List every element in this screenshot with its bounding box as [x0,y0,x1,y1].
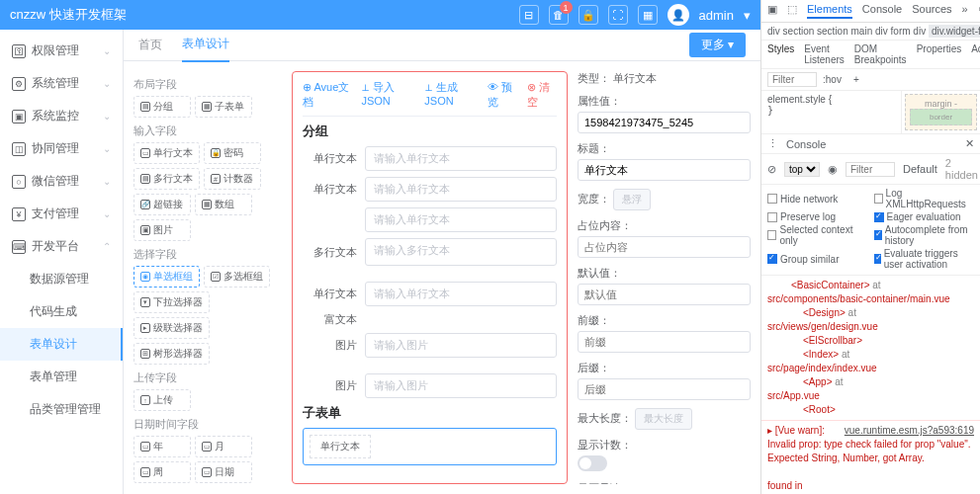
palette-cascader[interactable]: ▸级联选择器 [134,317,210,339]
eval-triggers-checkbox[interactable] [874,254,881,264]
sidebar-item-monitor[interactable]: ▣系统监控⌄ [0,100,123,132]
dom-breadcrumb[interactable]: div section section main div form div di… [761,23,980,41]
palette-tree[interactable]: ⊞树形选择器 [134,343,210,365]
palette-select[interactable]: ▾下拉选择器 [134,291,210,313]
lock-icon[interactable]: 🔒 [579,5,598,25]
clear-console[interactable]: ⊘ [767,163,776,176]
eye-icon[interactable]: ◉ [828,163,838,176]
preserve-log-checkbox[interactable] [767,212,777,222]
sidebar-item-auth[interactable]: ⚿权限管理⌄ [0,35,123,67]
sidebar-item-system[interactable]: ⚙系统管理⌄ [0,67,123,100]
import-button[interactable]: ⊥ 导入JSON [361,80,416,110]
hov-toggle[interactable]: :hov [823,74,842,85]
tab-formdesign[interactable]: 表单设计 [182,30,229,62]
grid-icon[interactable]: ▦ [638,5,658,25]
prop-ph-input[interactable] [578,236,751,258]
inbox-icon[interactable]: ⊟ [519,5,539,25]
username[interactable]: admin [699,8,734,23]
console-log[interactable]: <BasicContainer> at src/components/basic… [761,276,980,494]
doc-button[interactable]: ⊕ Avue文档 [303,80,353,110]
avatar[interactable]: 👤 [668,4,689,26]
source-link[interactable]: vue.runtime.esm.js?a593:619 [845,424,974,438]
sidebar-item-formmgmt[interactable]: 表单管理 [0,361,123,393]
sidebar-item-wechat[interactable]: ○微信管理⌄ [0,165,123,198]
styles-filter[interactable] [767,72,817,87]
tab-styles[interactable]: Styles [767,43,794,65]
clear-button[interactable]: ⊗ 清空 [527,80,557,110]
tab-dombp[interactable]: DOM Breakpoints [854,43,907,65]
text-input[interactable]: 请输入单行文本 [365,146,557,171]
palette-group[interactable]: ▤分组 [134,96,191,118]
palette-textarea[interactable]: ▤多行文本 [134,168,200,190]
palette-year[interactable]: ▭年 [134,436,191,457]
palette-week[interactable]: ▭周 [134,461,191,483]
prop-prepend-input[interactable] [578,331,751,353]
tab-home[interactable]: 首页 [138,30,162,61]
tab-sources[interactable]: Sources [912,3,951,19]
palette-password[interactable]: 🔒密码 [204,142,261,164]
palette-upload[interactable]: ↑上传 [134,389,191,411]
console-toggle[interactable]: ⋮ [767,137,778,150]
sidebar-item-formdesign[interactable]: 表单设计 [0,328,123,361]
palette-array[interactable]: ▦数组 [195,194,252,215]
close-icon[interactable]: ✕ [965,137,974,150]
context-only-checkbox[interactable] [767,230,776,240]
fullscreen-icon[interactable]: ⛶ [608,5,628,25]
autocomplete-checkbox[interactable] [874,230,882,240]
more-button[interactable]: 更多 ▾ [689,33,746,57]
palette-link[interactable]: 🔗超链接 [134,194,191,215]
palette-image[interactable]: ▣图片 [134,219,191,241]
preview-button[interactable]: 👁 预览 [488,80,519,110]
box-model[interactable]: margin -border [901,91,980,133]
sidebar-item-collab[interactable]: ◫协同管理⌄ [0,132,123,165]
prop-default-input[interactable] [578,284,751,305]
width-button[interactable]: 悬浮 [613,189,651,210]
form-canvas[interactable]: ⊕ Avue文档 ⊥ 导入JSON ⊥ 生成JSON 👁 预览 ⊗ 清空 分组 … [292,71,568,484]
console-filter[interactable] [846,162,895,177]
notification-icon[interactable]: 🗑1 [549,5,569,25]
palette-checkbox[interactable]: ☑多选框组 [204,266,270,288]
inspect-icon[interactable]: ▣ [767,3,777,19]
text-input[interactable]: 请输入图片 [365,333,557,358]
device-icon[interactable]: ⬚ [787,3,797,19]
text-input[interactable]: 请输入单行文本 [365,177,557,202]
palette-radio[interactable]: ◉单选框组 [134,266,200,288]
palette-subform[interactable]: ▦子表单 [195,96,252,118]
sidebar-item-pay[interactable]: ¥支付管理⌄ [0,198,123,230]
prop-title-input[interactable] [578,159,751,181]
tab-listeners[interactable]: Event Listeners [804,43,845,65]
prop-append-input[interactable] [578,378,751,400]
sidebar-item-codegen[interactable]: 代码生成 [0,295,123,328]
subform-area[interactable]: 单行文本 [303,428,557,465]
tab-console[interactable]: Console [862,3,902,19]
palette-text[interactable]: ▭单行文本 [134,142,200,164]
sidebar-item-dev[interactable]: ⌨开发平台⌃ [0,230,123,263]
export-button[interactable]: ⊥ 生成JSON [424,80,480,110]
text-input[interactable]: 请输入单行文本 [365,207,557,232]
tab-elements[interactable]: Elements [807,3,852,19]
showlimit-switch[interactable] [578,455,607,471]
eager-eval-checkbox[interactable] [874,212,884,222]
prop-attr-input[interactable] [578,112,751,133]
palette-month[interactable]: ▭月 [195,436,252,457]
textarea-input[interactable]: 请输入多行文本 [365,238,557,266]
more-tabs[interactable]: » [962,3,968,19]
sidebar-item-category[interactable]: 品类管理管理 [0,393,123,426]
context-select[interactable]: top [784,162,820,177]
subform-item[interactable]: 单行文本 [310,435,371,458]
maxlen-button[interactable]: 最大长度 [635,408,692,430]
log-xhr-checkbox[interactable] [874,194,883,204]
add-style[interactable]: + [853,74,859,85]
level-select[interactable]: Default [903,163,937,175]
palette-date[interactable]: ▭日期 [195,461,252,483]
tab-props[interactable]: Properties [917,43,962,65]
style-rules[interactable]: element.style {} [761,91,901,133]
tab-a11y[interactable]: Accessibility [971,43,980,65]
text-input[interactable]: 请输入单行文本 [365,282,557,306]
hide-network-checkbox[interactable] [767,194,777,204]
group-similar-checkbox[interactable] [767,254,777,264]
sidebar-item-datasource[interactable]: 数据源管理 [0,263,123,295]
chevron-down-icon[interactable]: ▾ [744,8,751,23]
palette-counter[interactable]: #计数器 [204,168,261,190]
text-input[interactable]: 请输入图片 [365,373,557,398]
